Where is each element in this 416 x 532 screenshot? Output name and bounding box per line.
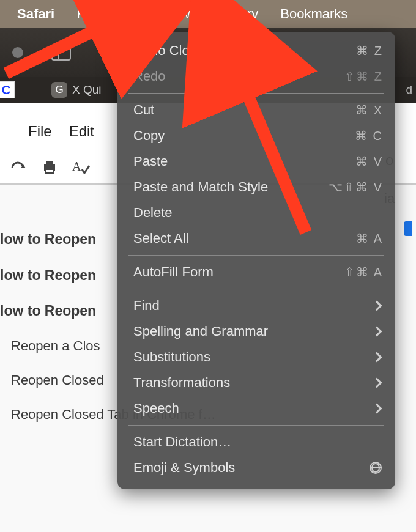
menu-item-label: Spelling and Grammar [133, 323, 373, 339]
menu-item-shortcut: ⌘ C [355, 128, 383, 143]
menu-item-label: Paste [133, 153, 355, 169]
menu-item-shortcut: ⌘ X [355, 103, 383, 117]
menu-item-substitutions[interactable]: Substitutions [117, 344, 395, 370]
menu-item-shortcut: ⌘ Z [356, 43, 383, 58]
tab-favicon: G [51, 82, 67, 98]
menu-item-start-dictation[interactable]: Start Dictation… [117, 429, 395, 455]
menubar-item-file[interactable]: File [65, 2, 109, 26]
menubar-item-bookmarks[interactable]: Bookmarks [269, 2, 358, 26]
menubar-app[interactable]: Safari [6, 2, 65, 26]
traffic-light[interactable] [12, 47, 23, 58]
tab[interactable]: G X Qui [51, 82, 102, 98]
menu-item-emoji-symbols[interactable]: Emoji & Symbols [117, 455, 395, 481]
menu-item-paste[interactable]: Paste⌘ V [117, 149, 395, 174]
chevron-right-icon [372, 352, 382, 363]
tab-title: X Qui [72, 83, 102, 97]
menu-item-label: Cut [133, 102, 355, 118]
menu-separator [128, 93, 384, 94]
menu-item-shortcut: ⇧⌘ A [344, 265, 383, 279]
menu-item-label: Undo Close Tab [133, 43, 356, 59]
menu-item-find[interactable]: Find [117, 293, 395, 319]
menu-item-shortcut: ⌘ A [356, 231, 383, 246]
menu-separator [128, 255, 384, 256]
sidebar-toggle-icon[interactable] [51, 45, 71, 61]
menubar: Safari File Edit View History Bookmarks [0, 0, 416, 28]
menu-item-label: Delete [133, 205, 383, 221]
menu-item-label: Emoji & Symbols [133, 460, 370, 476]
menubar-item-view[interactable]: View [155, 2, 206, 26]
spellcheck-icon[interactable]: A [72, 160, 91, 174]
menu-separator [128, 289, 384, 289]
menu-item-label: Redo [133, 68, 344, 84]
menu-item-label: Start Dictation… [133, 434, 383, 450]
svg-text:A: A [72, 160, 81, 173]
menu-item-delete[interactable]: Delete [117, 200, 395, 226]
menu-item-transformations[interactable]: Transformations [117, 370, 395, 396]
chevron-right-icon [372, 404, 382, 414]
svg-rect-2 [46, 169, 53, 173]
menu-item-shortcut: ⌥⇧⌘ V [329, 180, 383, 194]
menu-item-autofill-form[interactable]: AutoFill Form⇧⌘ A [117, 259, 395, 285]
menu-item-label: Speech [133, 401, 373, 416]
menu-item-label: Transformations [133, 375, 373, 391]
tab-favicon[interactable]: C [0, 81, 15, 98]
menu-item-undo-close-tab[interactable]: Undo Close Tab ⌘ Z [117, 38, 395, 64]
menu-item-label: AutoFill Form [133, 264, 344, 280]
menu-item-label: Select All [133, 231, 356, 246]
doc-menu-file[interactable]: File [28, 123, 52, 140]
menu-item-cut[interactable]: Cut⌘ X [117, 97, 395, 123]
chevron-right-icon [372, 327, 382, 337]
menu-item-redo: Redo ⇧⌘ Z [117, 64, 395, 89]
svg-rect-1 [46, 161, 53, 164]
globe-icon [370, 462, 382, 474]
menubar-item-edit[interactable]: Edit [110, 2, 155, 26]
print-icon[interactable] [42, 160, 58, 174]
menubar-item-history[interactable]: History [206, 2, 269, 26]
doc-menu-edit[interactable]: Edit [69, 123, 94, 140]
menu-item-label: Paste and Match Style [133, 179, 329, 195]
edit-menu-dropdown: Undo Close Tab ⌘ Z Redo ⇧⌘ Z Cut⌘ X Copy… [117, 32, 395, 489]
chevron-right-icon [372, 301, 382, 311]
menu-item-spelling-grammar[interactable]: Spelling and Grammar [117, 319, 395, 344]
comment-indicator-icon[interactable] [404, 221, 412, 236]
menu-item-label: Find [133, 298, 373, 314]
tab-title-fragment: d [406, 83, 416, 97]
chevron-right-icon [372, 378, 382, 388]
menu-item-shortcut: ⇧⌘ Z [344, 69, 383, 84]
menu-item-label: Substitutions [133, 349, 373, 365]
menu-item-shortcut: ⌘ V [355, 154, 383, 169]
menu-item-copy[interactable]: Copy⌘ C [117, 123, 395, 149]
menu-item-label: Copy [133, 128, 355, 144]
menu-item-speech[interactable]: Speech [117, 396, 395, 421]
menu-separator [128, 425, 384, 426]
redo-icon[interactable] [11, 161, 27, 173]
menu-item-paste-match-style[interactable]: Paste and Match Style⌥⇧⌘ V [117, 174, 395, 200]
menu-item-select-all[interactable]: Select All⌘ A [117, 226, 395, 251]
